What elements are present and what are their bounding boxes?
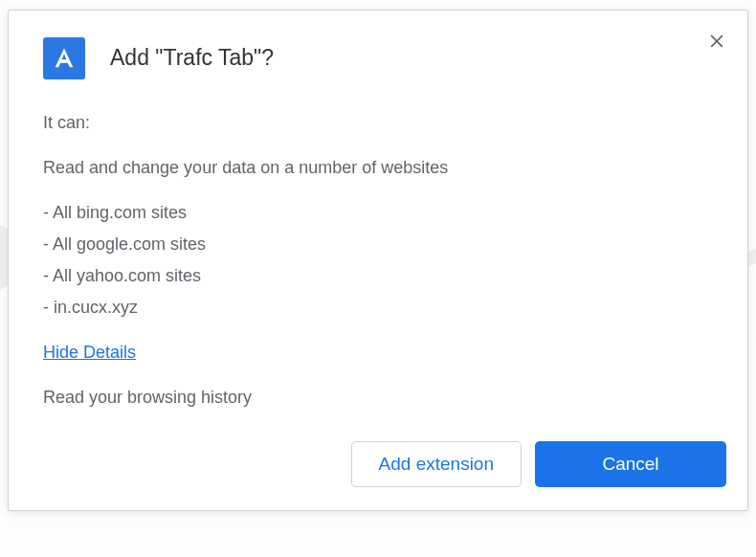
cancel-button[interactable]: Cancel [535, 441, 726, 487]
add-extension-button[interactable]: Add extension [351, 441, 522, 487]
site-item: - All google.com sites [43, 232, 713, 257]
site-item: - All bing.com sites [43, 200, 713, 226]
close-button[interactable] [707, 32, 726, 51]
site-item: - in.cucx.xyz [43, 295, 713, 321]
dialog-title: Add "Trafc Tab"? [110, 37, 274, 71]
permission-history: Read your browsing history [43, 385, 713, 411]
site-item: - All yahoo.com sites [43, 263, 713, 289]
it-can-label: It can: [43, 110, 713, 136]
hide-details-link[interactable]: Hide Details [43, 340, 136, 366]
permission-heading: Read and change your data on a number of… [43, 155, 713, 181]
permission-sites-list: - All bing.com sites - All google.com si… [43, 200, 713, 321]
dialog-body: It can: Read and change your data on a n… [9, 95, 747, 426]
dialog-footer: Add extension Cancel [9, 426, 747, 510]
extension-install-dialog: Add "Trafc Tab"? It can: Read and change… [8, 10, 748, 511]
dialog-header: Add "Trafc Tab"? [9, 11, 747, 95]
close-icon [707, 32, 726, 51]
extension-icon [43, 37, 85, 79]
letter-a-icon [51, 45, 78, 72]
